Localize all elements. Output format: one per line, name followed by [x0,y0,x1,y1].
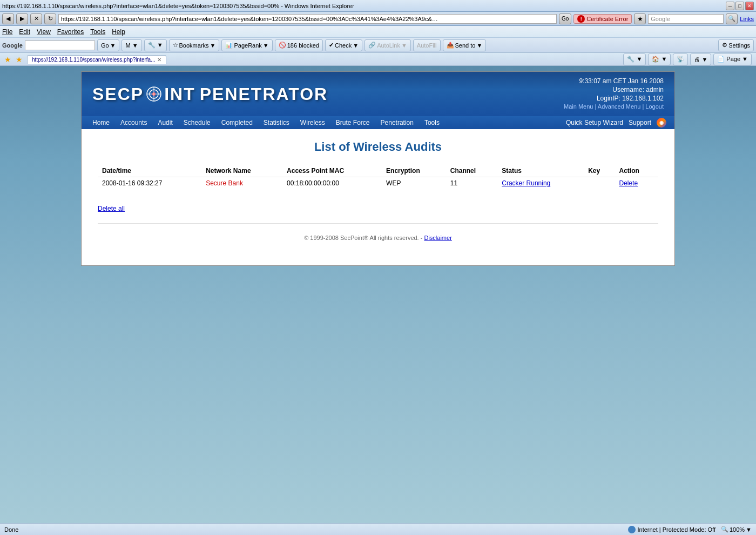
minimize-button[interactable]: ─ [726,2,734,10]
zoom-icon: 🔍 [721,526,728,533]
tab-url: https://192.168.1.110/spscan/wireless.ph… [32,57,155,63]
google-search-input[interactable] [25,41,95,50]
row-mac: 00:18:00:00:00:00 [282,177,382,190]
secpoint-container: SECP INT PENETRATOR 9:33:0 [81,71,675,266]
nav-quick-setup[interactable]: Quick Setup Wizard [566,119,623,126]
header-right: 9:33:07 am CET Jan 16 2008 Username: adm… [553,72,674,116]
logo: SECP INT PENETRATOR [92,84,328,104]
blocked-btn[interactable]: 🚫 186 blocked [275,39,323,51]
support-icon: ◉ [657,118,666,128]
advanced-menu-link[interactable]: Advanced Menu [598,103,641,110]
refresh-button[interactable]: ↻ [44,14,56,24]
nav-tools[interactable]: Tools [419,116,445,129]
nav-items: Home Accounts Audit Schedule Completed S… [87,116,445,129]
back-button[interactable]: ◀ [2,14,14,24]
col-status: Status [497,165,584,177]
check-btn[interactable]: ✔ Check ▼ [325,39,362,51]
menu-tools[interactable]: Tools [90,28,105,36]
header-links: Main Menu | Advanced Menu | Logout [564,103,664,110]
links-label[interactable]: Links [740,16,754,22]
menu-help[interactable]: Help [112,28,125,36]
menu-edit[interactable]: Edit [19,28,30,36]
col-datetime: Date/time [98,165,201,177]
delete-all-link[interactable]: Delete all [98,205,125,212]
nav-support[interactable]: Support [629,119,651,126]
nav-bar: Home Accounts Audit Schedule Completed S… [82,116,674,129]
table-row: 2008-01-16 09:32:27 Secure Bank 00:18:00… [98,177,658,190]
row-datetime: 2008-01-16 09:32:27 [98,177,201,190]
tools-icon-4[interactable]: 🖨 ▼ [690,54,711,65]
nav-audit[interactable]: Audit [152,116,178,129]
settings-btn[interactable]: ⚙ Settings [718,39,754,51]
search-button[interactable]: 🔍 [726,14,738,24]
disclaimer-link[interactable]: Disclaimer [424,235,451,241]
page-btn[interactable]: 📄 Page ▼ [713,54,752,65]
favorites-icon[interactable]: ★ [634,14,646,24]
zoom-control[interactable]: 🔍 100% ▼ [721,526,752,533]
menu-file[interactable]: File [2,28,12,36]
row-status: Cracker Running [497,177,584,190]
delete-row-link[interactable]: Delete [619,179,638,187]
nav-home[interactable]: Home [87,116,115,129]
google-label: Google [2,42,23,49]
logo-int: INT [164,84,195,104]
cert-error-badge[interactable]: ! Certificate Error [573,14,632,24]
google-search-box[interactable]: Google [648,14,724,24]
logo-secp: SECP [92,84,144,104]
nav-schedule[interactable]: Schedule [178,116,216,129]
page-title: List of Wireless Audits [98,140,658,154]
nav-penetration[interactable]: Penetration [375,116,419,129]
browser-favbar: ★ ★ https://192.168.1.110/spscan/wireles… [0,53,756,66]
go-toolbar-btn[interactable]: Go ▼ [97,39,120,51]
menu-view[interactable]: View [37,28,51,36]
table-header: Date/time Network Name Access Point MAC … [98,165,658,177]
menu-favorites[interactable]: Favorites [57,28,84,36]
go-button[interactable]: Go [559,14,571,24]
network-name-link[interactable]: Secure Bank [206,179,243,187]
nav-accounts[interactable]: Accounts [115,116,152,129]
sendto-btn[interactable]: 📤 Send to ▼ [443,39,487,51]
table-body: 2008-01-16 09:32:27 Secure Bank 00:18:00… [98,177,658,190]
status-link[interactable]: Cracker Running [502,179,550,187]
cert-error-text: Certificate Error [586,16,628,22]
pagerank-btn[interactable]: 📊 PageRank ▼ [221,39,272,51]
header-loginip: LoginIP: 192.168.1.102 [564,95,664,102]
col-encryption: Encryption [382,165,446,177]
globe-icon [628,526,636,533]
page-content: List of Wireless Audits Date/time Networ… [82,129,674,259]
logout-link[interactable]: Logout [645,103,664,110]
favorite-icon-2[interactable]: ★ [16,55,23,64]
autofill-btn[interactable]: AutoFill [413,39,441,51]
col-mac: Access Point MAC [282,165,382,177]
close-button[interactable]: ✕ [745,2,754,10]
maximize-button[interactable]: □ [735,2,744,10]
status-right: Internet | Protected Mode: Off 🔍 100% ▼ [628,526,752,533]
wrench-btn[interactable]: 🔧 ▼ [144,39,167,51]
status-bar: Done Internet | Protected Mode: Off 🔍 10… [0,523,756,535]
nav-wireless[interactable]: Wireless [295,116,330,129]
bookmarks-btn[interactable]: ☆ Bookmarks ▼ [169,39,220,51]
address-input[interactable]: https://192.168.1.110/spscan/wireless.ph… [58,14,557,24]
nav-statistics[interactable]: Statistics [258,116,295,129]
tools-icon-3[interactable]: 📡 [673,54,688,65]
audit-table: Date/time Network Name Access Point MAC … [98,165,658,189]
browser-tab[interactable]: https://192.168.1.110/spscan/wireless.ph… [27,55,166,64]
autolink-btn[interactable]: 🔗 AutoLink ▼ [364,39,411,51]
header-username: Username: admin [564,86,664,93]
mail-btn[interactable]: M ▼ [122,39,141,51]
nav-bruteforce[interactable]: Brute Force [330,116,375,129]
row-action: Delete [615,177,658,190]
browser-title: https://192.168.1.110/spscan/wireless.ph… [2,3,354,9]
logo-target-icon [146,86,162,102]
forward-button[interactable]: ▶ [16,14,28,24]
stop-button[interactable]: ✕ [30,14,42,24]
tools-icon-1[interactable]: 🔧 ▼ [623,54,646,65]
col-network-name: Network Name [201,165,282,177]
main-menu-link[interactable]: Main Menu [564,103,593,110]
nav-right: Quick Setup Wizard Support ◉ [566,118,669,128]
zoom-dropdown-icon[interactable]: ▼ [746,526,752,533]
nav-completed[interactable]: Completed [216,116,258,129]
add-favorite-icon[interactable]: ★ [4,55,11,64]
tools-icon-2[interactable]: 🏠 ▼ [648,54,671,65]
tab-close-icon[interactable]: ✕ [157,57,161,63]
